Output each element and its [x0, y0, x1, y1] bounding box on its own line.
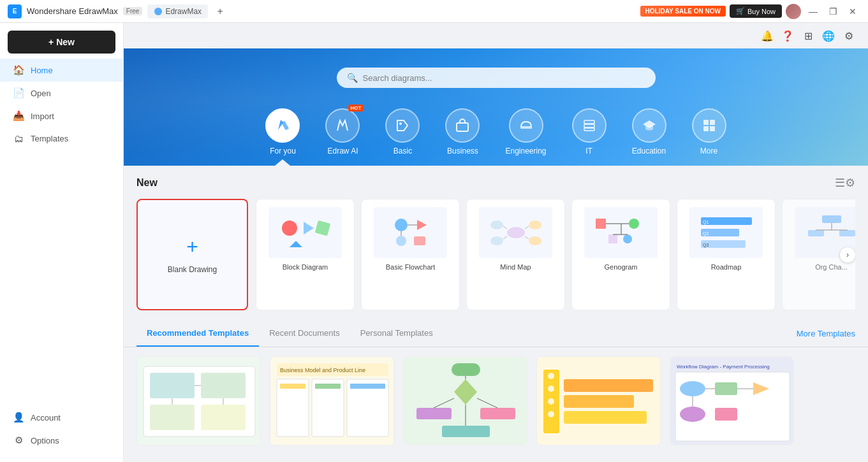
svg-rect-21	[414, 236, 425, 245]
sidebar-item-open[interactable]: 📄 Open	[0, 82, 123, 105]
graduation-cap-icon	[642, 118, 657, 133]
svg-rect-4	[520, 126, 532, 129]
account-icon: 👤	[13, 412, 24, 423]
gallery-thumb-1	[137, 357, 261, 445]
template-card-block-diagram[interactable]: Block Diagram	[256, 199, 355, 310]
titlebar-left: E Wondershare EdrawMax Free EdrawMax +	[8, 4, 227, 18]
hero-cat-education[interactable]: Education	[619, 103, 679, 166]
svg-rect-10	[710, 120, 715, 125]
svg-text:Q1: Q1	[703, 220, 709, 225]
blank-drawing-card[interactable]: + Blank Drawing	[136, 199, 248, 310]
roadmap-svg: Q1 Q2 Q3	[698, 212, 755, 254]
new-button[interactable]: + New	[8, 31, 115, 54]
svg-marker-14	[304, 222, 314, 235]
svg-point-36	[623, 235, 632, 243]
minimize-button[interactable]: —	[805, 5, 821, 18]
svg-rect-54	[150, 405, 195, 430]
buy-now-button[interactable]: 🛒 Buy Now	[730, 4, 782, 18]
svg-rect-47	[839, 230, 855, 236]
gallery-thumb-2: Business Model and Product Line	[270, 357, 394, 445]
hero-cat-it[interactable]: IT	[559, 103, 619, 166]
org-chart-label: Org Cha...	[815, 263, 848, 271]
tag-icon	[395, 118, 410, 133]
sidebar-item-import[interactable]: 📥 Import	[0, 105, 123, 127]
svg-rect-71	[416, 408, 452, 419]
tab-recommended[interactable]: Recommended Templates	[136, 321, 259, 347]
template-card-roadmap[interactable]: Q1 Q2 Q3 Roadmap	[677, 199, 776, 310]
holiday-sale-badge[interactable]: HOLIDAY SALE ON NOW	[640, 6, 726, 17]
settings-icon[interactable]: ⚙	[840, 27, 858, 45]
add-tab-button[interactable]: +	[213, 4, 227, 18]
app-logo: E	[8, 4, 22, 18]
sidebar-item-account[interactable]: 👤 Account	[0, 406, 123, 429]
gallery-card-3[interactable]	[403, 356, 527, 445]
it-icon-circle	[572, 108, 607, 143]
svg-line-30	[525, 226, 529, 229]
user-avatar[interactable]	[786, 4, 801, 19]
community-icon[interactable]: 🌐	[820, 27, 837, 45]
tab-personal[interactable]: Personal Templates	[350, 321, 443, 347]
new-items-row: + Blank Drawing	[136, 199, 855, 310]
svg-point-20	[396, 236, 406, 246]
gallery-card-2[interactable]: Business Model and Product Line	[270, 356, 394, 445]
svg-point-26	[529, 220, 541, 229]
svg-rect-5	[584, 120, 594, 124]
template-card-mind-map[interactable]: Mind Map	[466, 199, 565, 310]
gallery-card-5[interactable]: Workflow Diagram - Payment Processing	[670, 356, 794, 445]
svg-point-83	[548, 373, 554, 379]
notification-icon[interactable]: 🔔	[758, 27, 776, 45]
hero-cat-engineering[interactable]: Engineering	[492, 103, 559, 166]
hero-cat-basic[interactable]: Basic	[372, 103, 432, 166]
import-icon: 📥	[13, 110, 24, 122]
hero-cat-more[interactable]: More	[679, 103, 739, 166]
svg-rect-73	[442, 426, 490, 437]
help-icon[interactable]: ❓	[779, 27, 797, 45]
template-card-genogram[interactable]: Genogram	[571, 199, 670, 310]
search-input[interactable]	[363, 73, 645, 83]
new-section-settings-icon[interactable]: ☰⚙	[835, 176, 855, 190]
maximize-button[interactable]: ❐	[825, 5, 841, 18]
sidebar-item-options[interactable]: ⚙ Options	[0, 429, 123, 452]
hero-cat-edraw-ai[interactable]: HOT Edraw AI	[313, 103, 372, 166]
genogram-thumb	[584, 207, 658, 258]
hero-cat-business[interactable]: Business	[432, 103, 492, 166]
sidebar-item-home[interactable]: 🏠 Home	[0, 59, 123, 82]
svg-rect-81	[564, 395, 634, 408]
basic-flowchart-svg	[382, 212, 439, 254]
template-card-basic-flowchart[interactable]: Basic Flowchart	[361, 199, 460, 310]
svg-rect-15	[314, 220, 330, 235]
close-button[interactable]: ✕	[845, 5, 860, 18]
engineering-icon-circle	[509, 108, 543, 143]
svg-rect-7	[584, 128, 594, 131]
gallery-card-4[interactable]	[536, 356, 661, 445]
svg-marker-16	[290, 241, 302, 247]
roadmap-label: Roadmap	[711, 263, 742, 271]
grid-icon[interactable]: ⊞	[799, 27, 817, 45]
block-diagram-thumb	[268, 207, 342, 258]
hero-categories: For you HOT Edraw AI	[149, 103, 842, 166]
mind-map-label: Mind Map	[500, 263, 531, 271]
svg-text:Business Model and Product Lin: Business Model and Product Line	[280, 367, 365, 373]
template-scroll-right[interactable]: ›	[840, 247, 855, 263]
basic-icon-circle	[385, 108, 420, 143]
svg-point-33	[629, 219, 639, 229]
hero-cat-for-you[interactable]: For you	[253, 103, 313, 166]
sidebar-item-templates[interactable]: 🗂 Templates	[0, 127, 123, 150]
svg-point-90	[680, 381, 705, 396]
search-bar[interactable]: 🔍	[337, 68, 656, 88]
svg-rect-35	[608, 235, 617, 243]
gallery-card-1[interactable]	[136, 356, 261, 445]
tab-recent[interactable]: Recent Documents	[259, 321, 350, 347]
mind-map-thumb	[479, 207, 552, 258]
template-gallery: Business Model and Product Line	[124, 347, 868, 454]
genogram-svg	[592, 212, 650, 254]
svg-rect-11	[703, 126, 709, 131]
svg-rect-82	[564, 411, 647, 424]
topbar-icons: 🔔 ❓ ⊞ 🌐 ⚙	[124, 23, 868, 48]
svg-rect-6	[584, 124, 594, 127]
active-tab[interactable]: EdrawMax	[147, 4, 208, 18]
gallery-thumb-5: Workflow Diagram - Payment Processing	[670, 357, 794, 445]
home-icon: 🏠	[13, 64, 24, 76]
more-templates-link[interactable]: More Templates	[797, 321, 855, 346]
app-name: Wondershare EdrawMax	[27, 6, 118, 16]
